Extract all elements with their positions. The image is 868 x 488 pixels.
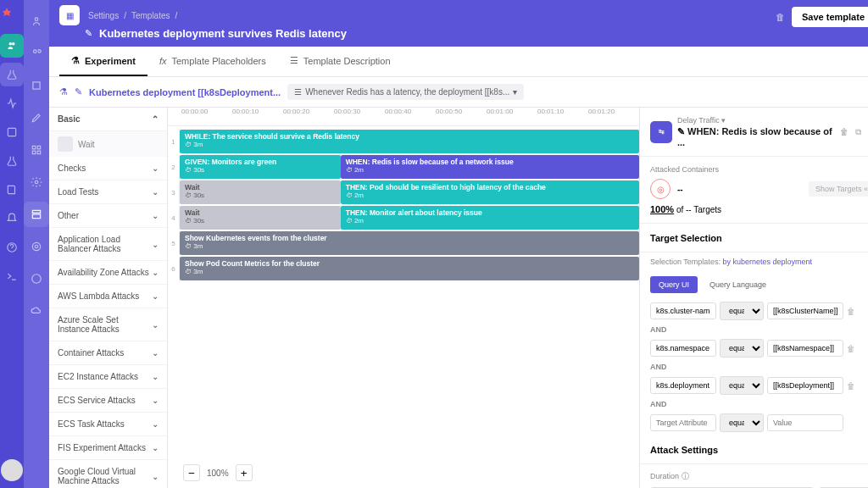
rule-val[interactable]	[767, 377, 843, 394]
attack-badge-icon: ↹	[650, 121, 672, 143]
panel-delete-icon[interactable]: 🗑	[840, 127, 849, 137]
timeline-bar[interactable]: Show Pod Count Metrics for the cluster⏱ …	[180, 257, 639, 280]
rule-delete-icon[interactable]: 🗑	[847, 344, 859, 353]
timeline-bar[interactable]: GIVEN: Monitors are green⏱ 30s	[180, 155, 341, 179]
secondary-sidebar	[24, 0, 49, 488]
group-item[interactable]: Container Attacks⌄	[49, 341, 167, 365]
crumb-templates[interactable]: Templates	[131, 11, 170, 20]
edit-icon[interactable]: ✎	[85, 28, 92, 39]
tab-placeholders[interactable]: fx Template Placeholders	[147, 47, 278, 76]
timeline-bar[interactable]: Wait⏱ 30s	[180, 180, 341, 204]
side-user-icon[interactable]	[24, 8, 49, 34]
side-grid-icon[interactable]	[24, 137, 49, 163]
group-item[interactable]: ECS Task Attacks⌄	[49, 413, 167, 436]
side-users-icon[interactable]	[24, 41, 49, 66]
timeline-bar[interactable]: Wait⏱ 30s	[180, 206, 341, 230]
svg-point-14	[32, 242, 40, 250]
side-gear-icon[interactable]	[24, 169, 49, 195]
svg-point-1	[12, 42, 15, 46]
rail-flask-icon[interactable]	[0, 149, 24, 173]
hypothesis-pill[interactable]: ☰ Whenever Redis has a latency, the depl…	[287, 84, 524, 100]
zoom-out-button[interactable]: −	[183, 464, 200, 481]
rule-op[interactable]: equals	[720, 302, 764, 320]
timeline-bar[interactable]: WHEN: Redis is slow because of a network…	[341, 155, 639, 179]
rail-activity-icon[interactable]	[0, 92, 24, 115]
zoom-in-button[interactable]: +	[236, 464, 253, 481]
group-item[interactable]: EC2 Instance Attacks⌄	[49, 365, 167, 389]
rail-book-icon[interactable]	[0, 178, 24, 202]
group-load[interactable]: Load Tests⌄	[49, 180, 167, 204]
group-item[interactable]: Application Load Balancer Attacks⌄	[49, 228, 167, 261]
timeline-bar[interactable]: Show Kubernetes events from the cluster⏱…	[180, 231, 639, 255]
lane: 5Show Kubernetes events from the cluster…	[168, 231, 639, 255]
target-percent[interactable]: 100%	[650, 204, 674, 214]
tab-description[interactable]: ☰ Template Description	[278, 47, 403, 76]
rule-val-input[interactable]	[767, 414, 843, 431]
edit-name-icon[interactable]: ✎	[75, 86, 82, 97]
selection-template-link[interactable]: by kubernetes deployment	[722, 258, 812, 266]
tab-query-language[interactable]: Query Language	[701, 276, 775, 293]
avatar[interactable]	[1, 459, 23, 481]
side-cloud-icon[interactable]	[24, 298, 49, 324]
show-targets-button[interactable]: Show Targets «	[809, 181, 868, 197]
rule-val[interactable]	[767, 340, 843, 357]
timeline-bar[interactable]: THEN: Pod should be resilient to high la…	[341, 180, 639, 204]
rule-delete-icon[interactable]: 🗑	[847, 307, 859, 316]
timeline: 00:00:0000:00:1000:00:2000:00:3000:00:40…	[168, 108, 639, 488]
target-selection-header[interactable]: Target Selection⌃	[640, 224, 868, 252]
rail-help-icon[interactable]	[0, 236, 24, 259]
group-checks[interactable]: Checks⌄	[49, 157, 167, 180]
group-other[interactable]: Other⌄	[49, 204, 167, 228]
group-item[interactable]: FIS Experiment Attacks⌄	[49, 436, 167, 460]
rail-templates-icon[interactable]	[0, 120, 24, 144]
panel-copy-icon[interactable]: ⧉	[855, 127, 861, 137]
rail-bell-icon[interactable]	[0, 207, 24, 230]
header: ▦ Settings / Templates / ✎ Kubernetes de…	[49, 0, 868, 47]
side-pen-icon[interactable]	[24, 105, 49, 130]
experiment-name[interactable]: Kubernetes deployment [[k8sDeployment...	[89, 87, 281, 97]
crumb-settings[interactable]: Settings	[88, 11, 119, 20]
group-item[interactable]: Availability Zone Attacks⌄	[49, 261, 167, 285]
tab-query-ui[interactable]: Query UI	[650, 276, 698, 293]
svg-point-0	[9, 42, 13, 46]
timeline-bar[interactable]: WHILE: The service should survive a Redi…	[180, 130, 639, 153]
tab-experiment[interactable]: ⚗ Experiment	[59, 47, 147, 76]
attack-kind[interactable]: Delay Traffic	[677, 116, 720, 125]
group-basic[interactable]: Basic⌃	[49, 108, 167, 131]
timeline-bar[interactable]: THEN: Monitor alert about latency issue⏱…	[341, 206, 639, 230]
target-count: --	[677, 185, 683, 194]
rule-op-select[interactable]: equals	[720, 413, 764, 432]
side-template-icon[interactable]	[24, 202, 49, 227]
svg-rect-10	[37, 151, 41, 154]
rule-key[interactable]	[650, 340, 716, 357]
svg-point-11	[35, 180, 38, 184]
rule-key[interactable]	[650, 302, 716, 319]
rule-op[interactable]: equals	[720, 376, 764, 395]
rule-key[interactable]	[650, 377, 716, 394]
group-item[interactable]: AWS Lambda Attacks⌄	[49, 285, 167, 308]
lane: 2GIVEN: Monitors are green⏱ 30sWHEN: Red…	[168, 155, 639, 179]
rule-val[interactable]	[767, 302, 843, 319]
flask-icon: ⚗	[59, 86, 68, 97]
group-item[interactable]: Azure Scale Set Instance Attacks⌄	[49, 308, 167, 341]
rule-delete-icon[interactable]: 🗑	[847, 381, 859, 391]
rule-key-input[interactable]	[650, 414, 716, 431]
group-item[interactable]: Google Cloud Virtual Machine Attacks⌄	[49, 460, 167, 488]
rail-experiments-icon[interactable]	[0, 63, 24, 86]
logo-icon	[1, 7, 23, 29]
rule-row: equals🗑	[640, 298, 868, 324]
item-wait[interactable]: Wait	[49, 131, 167, 157]
save-button[interactable]: Save template	[792, 7, 868, 27]
svg-rect-8	[37, 146, 41, 149]
rail-teams-icon[interactable]	[0, 34, 24, 58]
step-title[interactable]: WHEN: Redis is slow because of ...	[677, 126, 832, 147]
ruler-tick: 00:01:10	[537, 108, 588, 125]
side-target-icon[interactable]	[24, 234, 49, 259]
attack-settings-header[interactable]: Attack Settings⌃	[640, 435, 868, 464]
rail-terminal-icon[interactable]	[0, 264, 24, 288]
group-item[interactable]: ECS Service Attacks⌄	[49, 389, 167, 413]
side-box-icon[interactable]	[24, 73, 49, 98]
delete-template-icon[interactable]: 🗑	[776, 12, 785, 22]
rule-op[interactable]: equals	[720, 339, 764, 358]
side-help2-icon[interactable]	[24, 266, 49, 291]
